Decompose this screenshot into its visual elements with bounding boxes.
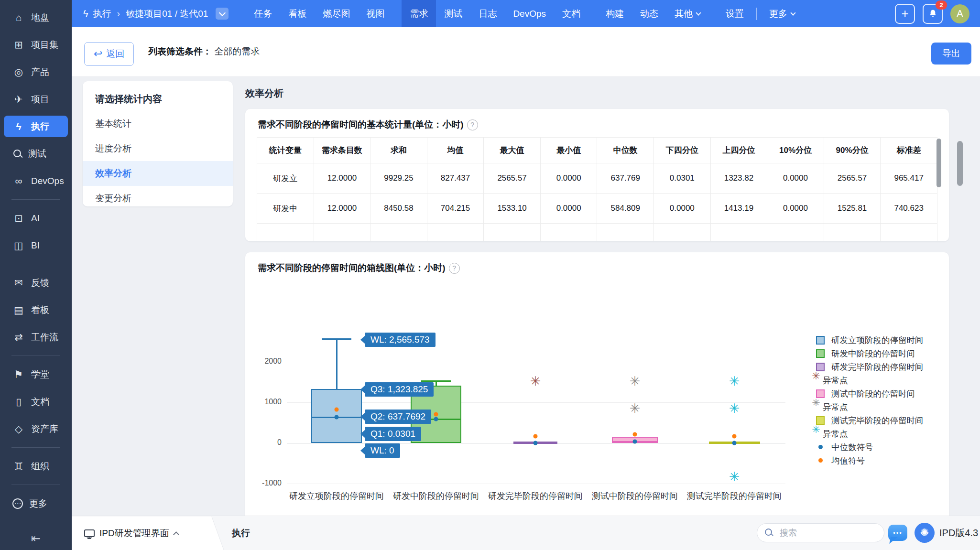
table-cell: 1525.81 [824,194,881,224]
sidebar-item-org[interactable]: ♊组织 [0,453,72,480]
table-cell [881,224,937,241]
outlier-point: ✳ [630,375,641,388]
workflow-icon: ⇄ [12,332,25,342]
table-scrollbar[interactable] [936,139,941,187]
stats-panel-items: 基本统计进度分析效率分析变更分析 [83,111,233,211]
sidebar-item-label: DevOps [31,176,64,186]
nav-item-看板[interactable]: 看板 [280,0,315,27]
chart-legend: 研发立项阶段的停留时间研发中阶段的停留时间研发完毕阶段的停留时间✳异常点测试中阶… [816,334,924,468]
org-people-icon: ♊ [12,461,25,471]
table-cell: 0.0000 [540,194,597,224]
breadcrumb-context[interactable]: 执行 [93,8,111,20]
nav-item-其他[interactable]: 其他 [666,0,708,27]
chart-tooltip: WL: 2,565.573 [365,333,436,347]
legend-label: 均值符号 [831,455,865,466]
table-cell [427,224,484,241]
filter-label: 列表筛选条件： [148,46,212,56]
nav-item-视图[interactable]: 视图 [358,0,392,27]
stats-panel-item-进度分析[interactable]: 进度分析 [83,136,233,161]
mean-dot [335,408,339,412]
export-button[interactable]: 导出 [931,43,971,65]
sidebar-item-project-set[interactable]: ⊞项目集 [0,31,72,58]
nav-item-DevOps[interactable]: DevOps [505,0,554,27]
legend-item[interactable]: ✳异常点 [816,401,924,412]
sidebar-item-docs[interactable]: ▯文档 [0,388,72,415]
legend-item[interactable]: 测试中阶段的停留时间 [816,388,924,399]
breadcrumb-project[interactable]: 敏捷项目01 / 迭代01 [126,8,208,20]
legend-item[interactable]: 均值符号 [816,455,924,466]
table-cell: 12.0000 [314,194,370,224]
stats-panel-item-变更分析[interactable]: 变更分析 [83,186,233,211]
sidebar-item-school[interactable]: ⚑学堂 [0,361,72,388]
nav-item-任务[interactable]: 任务 [246,0,280,27]
legend-item[interactable]: 研发立项阶段的停留时间 [816,334,924,345]
boxplot-card: 需求不同阶段的停留时间的箱线图(单位：小时) ? 200010000-1000研… [245,252,949,516]
table-col-header: 统计变量 [257,138,314,163]
stats-panel-item-效率分析[interactable]: 效率分析 [83,161,233,186]
nav-item-测试[interactable]: 测试 [436,0,470,27]
app-tab[interactable]: IPD研发管理界面 [72,517,204,550]
legend-item[interactable]: 中位数符号 [816,442,924,453]
sidebar-item-label: AI [31,213,40,224]
runner-icon: ϟ [83,8,88,19]
search-input[interactable] [779,528,867,539]
home-icon: ⌂ [12,12,25,22]
legend-box-swatch [816,416,825,425]
nav-item-label: 燃尽图 [323,8,350,20]
sidebar-item-feedback[interactable]: ✉反馈 [0,269,72,296]
app-logo[interactable]: ✺ [915,523,935,543]
navbar-menu: 任务看板燃尽图视图需求测试日志DevOps文档构建动态其他设置更多 [246,0,803,27]
sidebar-item-product[interactable]: ◎产品 [0,58,72,86]
sidebar-item-test[interactable]: 测试 [0,140,72,167]
nav-item-设置[interactable]: 设置 [718,0,752,27]
sidebar-item-workflow[interactable]: ⇄工作流 [0,324,72,351]
back-button[interactable]: ↩ 返回 [84,42,134,66]
document-icon: ▯ [12,397,25,407]
page-scrollbar[interactable] [957,141,963,186]
bottom-search[interactable] [757,523,884,542]
stats-panel-item-基本统计[interactable]: 基本统计 [83,111,233,136]
legend-item[interactable]: 研发中阶段的停留时间 [816,348,924,359]
sidebar-item-kanban[interactable]: ▤看板 [0,296,72,324]
kanban-board-icon: ▤ [12,305,25,315]
nav-item-需求[interactable]: 需求 [402,0,436,27]
nav-item-日志[interactable]: 日志 [470,0,505,27]
nav-item-更多[interactable]: 更多 [761,0,803,27]
avatar[interactable]: A [950,4,969,23]
sidebar-item-assets[interactable]: ◇资产库 [0,415,72,442]
chat-icon[interactable]: ••• [888,525,907,541]
legend-box-swatch [816,349,825,358]
sidebar-item-bi[interactable]: ◫BI [0,232,72,259]
legend-item[interactable]: 测试完毕阶段的停留时间 [816,415,924,426]
ai-robot-icon: ⊡ [12,213,25,223]
legend-asterisk-icon: ✳ [812,425,820,434]
project-switch-dropdown[interactable] [216,8,229,20]
product-bulb-icon: ◎ [12,67,25,77]
notification-button[interactable]: 2 [923,4,943,24]
outlier-point: ✳ [729,471,740,484]
table-cell [257,224,314,241]
legend-item[interactable]: ✳异常点 [816,428,924,439]
sidebar-item-ai[interactable]: ⊡AI [0,205,72,232]
nav-item-燃尽图[interactable]: 燃尽图 [315,0,358,27]
sidebar-item-more[interactable]: ⋯更多 [0,490,72,517]
nav-item-文档[interactable]: 文档 [554,0,588,27]
legend-label: 异常点 [823,401,848,413]
sidebar-item-devops[interactable]: ∞DevOps [0,167,72,194]
legend-item[interactable]: 研发完毕阶段的停留时间 [816,361,924,372]
legend-box-swatch [816,363,825,371]
sidebar-divider [11,447,60,448]
sidebar-item-execute[interactable]: ϟ执行 [4,116,68,137]
legend-item[interactable]: ✳异常点 [816,375,924,386]
help-icon[interactable]: ? [467,119,478,130]
outlier-point: ✳ [630,402,641,415]
add-button[interactable]: + [895,4,915,24]
legend-label: 测试完毕阶段的停留时间 [831,415,924,426]
table-row-clipped [257,224,937,241]
sidebar-collapse-icon[interactable]: ⇤ [0,532,72,545]
sidebar-item-project[interactable]: ✈项目 [0,86,72,113]
sidebar-item-home[interactable]: ⌂地盘 [0,4,72,31]
nav-item-构建[interactable]: 构建 [598,0,632,27]
sidebar-item-label: 执行 [31,120,49,133]
nav-item-动态[interactable]: 动态 [632,0,666,27]
